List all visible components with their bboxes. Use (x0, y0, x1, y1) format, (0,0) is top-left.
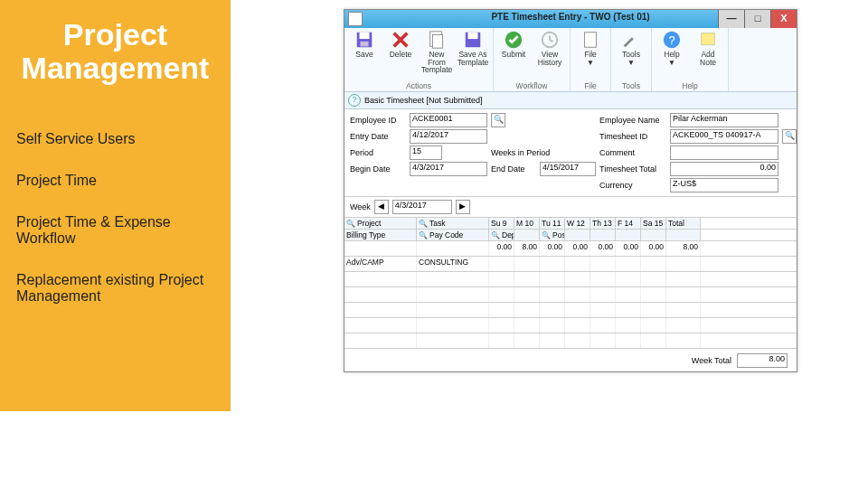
grid-cell[interactable]: 0.00 (616, 241, 641, 256)
save-button[interactable]: Save (348, 30, 381, 74)
grid-cell[interactable]: 0.00 (489, 241, 514, 256)
grid-row-1: 0.008.000.000.000.000.000.008.00 (344, 241, 797, 257)
lookup-icon[interactable]: 🔍 (346, 220, 355, 228)
col-header[interactable]: F 14 (616, 218, 641, 229)
svg-rect-12 (702, 33, 715, 45)
minimize-button[interactable]: — (718, 10, 744, 28)
comment-field[interactable] (670, 145, 778, 160)
lookup-icon[interactable]: 🔍 (491, 231, 500, 239)
timesheet-total-field: 0.00 (670, 162, 778, 176)
save-label: Save (355, 51, 373, 59)
grid-cell[interactable] (514, 257, 540, 271)
grid-cell[interactable]: 0.00 (540, 241, 565, 256)
file-button[interactable]: File▼ (574, 30, 607, 66)
submit-button[interactable]: Submit (497, 30, 530, 66)
grid-cell[interactable] (417, 241, 489, 256)
grid-cell[interactable] (344, 241, 417, 256)
svg-rect-9 (585, 33, 597, 48)
col-header[interactable]: 🔍 Pay Code (417, 230, 489, 240)
delete-label: Delete (390, 51, 412, 59)
col-header[interactable]: Total (666, 218, 701, 229)
ribbon-group-help: Help (656, 81, 724, 91)
maximize-button[interactable]: □ (744, 10, 770, 28)
col-header[interactable] (514, 230, 540, 240)
svg-text:?: ? (668, 33, 675, 47)
tools-icon (621, 30, 641, 50)
col-header[interactable]: 🔍 Position (540, 230, 565, 240)
employee-id-lookup-icon[interactable]: 🔍 (491, 113, 505, 127)
submit-icon (504, 30, 524, 50)
grid-cell[interactable]: 8.00 (514, 241, 540, 256)
saveas-button[interactable]: Save AsTemplate (457, 30, 489, 74)
lookup-icon[interactable]: 🔍 (419, 220, 428, 228)
grid-cell[interactable] (666, 257, 701, 271)
window-title: PTE Timesheet Entry - TWO (Test 01) (491, 12, 649, 22)
lookup-icon[interactable]: 🔍 (419, 231, 428, 239)
grid-cell[interactable]: 0.00 (590, 241, 616, 256)
viewhist-label: ViewHistory (538, 51, 561, 66)
col-header[interactable]: Su 9 (489, 218, 514, 229)
grid-cell[interactable]: 8.00 (666, 241, 701, 256)
grid-cell[interactable] (590, 257, 616, 271)
viewhist-button[interactable]: ViewHistory (533, 30, 566, 66)
svg-rect-4 (432, 35, 442, 49)
col-header[interactable] (590, 230, 616, 240)
close-button[interactable]: X (770, 10, 797, 28)
employee-name-label: Employee Name (599, 116, 666, 125)
grid-header-1: 🔍 Project 🔍 Task Su 9M 10Tu 11W 12Th 13F… (344, 218, 797, 230)
help-icon: ? (662, 30, 682, 50)
employee-id-field[interactable]: ACKE0001 (410, 113, 487, 127)
col-header[interactable] (565, 230, 590, 240)
col-header[interactable]: M 10 (514, 218, 540, 229)
col-header[interactable]: Th 13 (590, 218, 616, 229)
comment-label: Comment (599, 148, 666, 157)
week-navigator: Week ◀ 4/3/2017 ▶ (344, 197, 797, 218)
col-header[interactable]: 🔍 Project (344, 218, 417, 229)
delete-button[interactable]: Delete (384, 30, 417, 74)
grid-cell[interactable] (565, 257, 590, 271)
help-button[interactable]: ?Help▼ (656, 30, 688, 66)
col-header[interactable]: Billing Type (344, 230, 417, 240)
tools-button[interactable]: Tools▼ (615, 30, 647, 66)
col-header[interactable]: Sa 15 (641, 218, 666, 229)
end-date-field[interactable]: 4/15/2017 (540, 162, 596, 176)
addnote-button[interactable]: AddNote (692, 30, 724, 66)
grid-cell[interactable] (641, 257, 666, 271)
currency-field[interactable]: Z-US$ (670, 178, 778, 192)
col-header[interactable]: 🔍 Department (489, 230, 514, 240)
grid-cell[interactable] (489, 257, 514, 271)
col-header[interactable] (666, 230, 701, 240)
week-total-value: 8.00 (737, 353, 788, 368)
svg-rect-2 (360, 42, 368, 47)
delete-icon (391, 30, 410, 50)
week-prev-button[interactable]: ◀ (374, 200, 389, 214)
col-header[interactable] (616, 230, 641, 240)
grid-cell[interactable]: 0.00 (565, 241, 590, 256)
timesheet-id-field[interactable]: ACKE000_TS 040917-A (670, 129, 778, 144)
grid-cell[interactable] (540, 257, 565, 271)
newfrom-button[interactable]: New FromTemplate (420, 30, 453, 74)
entry-date-field[interactable]: 4/12/2017 (410, 129, 487, 144)
sidebar-item-2: Project Time & Expense Workflow (0, 205, 231, 263)
lookup-icon[interactable]: 🔍 (542, 231, 551, 239)
grid-cell[interactable]: CONSULTING (417, 257, 489, 271)
period-label: Period (350, 148, 406, 157)
col-header[interactable]: W 12 (565, 218, 590, 229)
grid-cell[interactable]: Adv/CAMP (344, 257, 417, 271)
viewhist-icon (540, 30, 560, 50)
grid-cell[interactable] (616, 257, 641, 271)
grid-cell[interactable]: 0.00 (641, 241, 666, 256)
addnote-icon (698, 30, 718, 50)
timesheet-total-label: Timesheet Total (599, 164, 666, 174)
sidebar-item-1: Project Time (0, 164, 231, 205)
timesheet-id-lookup-icon[interactable]: 🔍 (782, 129, 797, 144)
col-header[interactable]: 🔍 Task (417, 218, 489, 229)
col-header[interactable] (641, 230, 666, 240)
saveas-label: Save AsTemplate (458, 51, 489, 66)
begin-date-field[interactable]: 4/3/2017 (410, 162, 487, 176)
col-header[interactable]: Tu 11 (540, 218, 565, 229)
week-value[interactable]: 4/3/2017 (392, 200, 452, 214)
week-next-button[interactable]: ▶ (456, 200, 470, 214)
grid-row-empty (344, 287, 797, 303)
period-field[interactable]: 15 (410, 145, 442, 160)
